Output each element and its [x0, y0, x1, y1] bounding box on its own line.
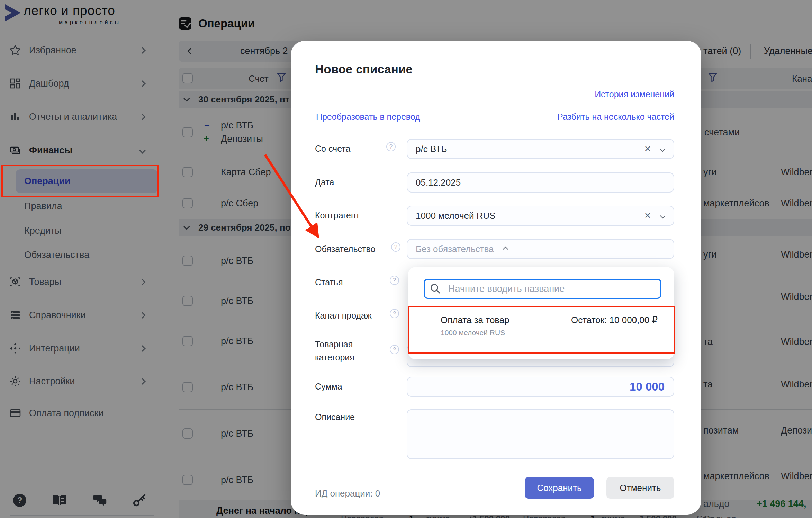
modal-title: Новое списание	[315, 62, 413, 76]
sales-channel-help-icon[interactable]: ?	[390, 309, 399, 318]
counterparty-select[interactable]: 1000 мелочей RUS ✕	[407, 206, 674, 226]
amount-input[interactable]	[407, 377, 674, 397]
clear-icon[interactable]: ✕	[644, 211, 651, 221]
obligation-help-icon[interactable]: ?	[391, 242, 400, 252]
article-label: Статья	[315, 277, 343, 287]
obligation-select[interactable]: Без обязательства	[407, 239, 674, 259]
from-account-select[interactable]: р/с ВТБ ✕	[407, 139, 674, 159]
chevron-up-icon[interactable]	[503, 246, 508, 252]
search-icon	[430, 283, 441, 295]
from-account-help-icon[interactable]: ?	[386, 142, 396, 151]
category-label-line2: категория	[315, 352, 354, 363]
chevron-down-icon[interactable]	[660, 213, 666, 218]
annotation-rect-operations	[1, 165, 159, 197]
chevron-down-icon[interactable]	[660, 146, 666, 152]
clear-icon[interactable]: ✕	[644, 144, 651, 154]
split-link[interactable]: Разбить на несколько частей	[557, 112, 674, 122]
new-debit-modal: Новое списание История изменений Преобра…	[291, 41, 701, 515]
save-button[interactable]: Сохранить	[525, 477, 594, 499]
annotation-rect-option	[408, 306, 675, 354]
amount-label: Сумма	[315, 382, 342, 392]
history-link[interactable]: История изменений	[595, 89, 674, 99]
sales-channel-label: Канал продаж	[315, 311, 372, 321]
description-label: Описание	[315, 412, 355, 422]
article-help-icon[interactable]: ?	[390, 276, 399, 285]
annotation-arrow	[253, 145, 332, 249]
category-label-line1: Товарная	[315, 339, 353, 349]
operation-id: ИД операции: 0	[315, 488, 380, 499]
date-input[interactable]: 05.12.2025	[407, 172, 674, 193]
obligation-search-input[interactable]	[424, 279, 661, 299]
cancel-button[interactable]: Отменить	[606, 477, 674, 499]
convert-to-transfer-link[interactable]: Преобразовать в перевод	[316, 112, 420, 122]
category-help-icon[interactable]: ?	[390, 345, 399, 354]
app-screen: Операции сентябрь 2 татей (0) Удаленные …	[0, 0, 812, 518]
description-textarea[interactable]	[407, 409, 674, 459]
